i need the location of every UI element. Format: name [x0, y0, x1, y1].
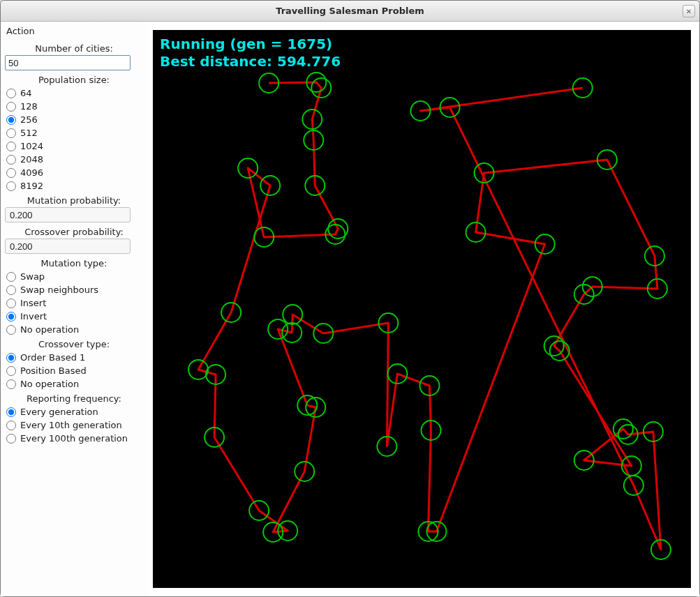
report-freq-radio[interactable]	[6, 407, 16, 417]
cross-type-label: Order Based 1	[20, 352, 85, 363]
window-title: Travelling Salesman Problem	[1, 6, 699, 16]
cross-prob-input[interactable]	[5, 239, 131, 254]
mut-type-label: Swap	[20, 271, 45, 282]
mut-type-radio[interactable]	[6, 312, 16, 322]
mut-type-label: Mutation type:	[5, 257, 143, 269]
mut-prob-input[interactable]	[5, 207, 131, 222]
pop-size-option[interactable]: 64	[5, 86, 143, 100]
cross-type-radio[interactable]	[6, 366, 16, 376]
pop-size-label: 64	[20, 88, 32, 98]
pop-size-label: 2048	[20, 154, 43, 165]
tsp-plot	[153, 30, 691, 588]
report-freq-label: Reporting frequency:	[5, 392, 143, 404]
pop-size-radio[interactable]	[6, 155, 16, 165]
pop-size-label: 8192	[20, 181, 43, 191]
mut-type-option[interactable]: Swap neighbours	[5, 283, 143, 296]
tour-path	[198, 82, 661, 550]
pop-size-radio[interactable]	[6, 102, 16, 112]
report-freq-option[interactable]: Every 100th generation	[5, 432, 143, 445]
cross-type-option[interactable]: Order Based 1	[5, 351, 143, 364]
pop-size-radio[interactable]	[6, 142, 16, 151]
pop-size-option[interactable]: 256	[5, 113, 143, 126]
mut-prob-label: Mutation probability:	[5, 194, 143, 206]
report-freq-group: Every generationEvery 10th generationEve…	[5, 405, 143, 445]
report-freq-radio[interactable]	[6, 434, 16, 444]
pop-size-label: Population size:	[5, 73, 143, 85]
status-line2: Best distance: 594.776	[160, 53, 341, 70]
pop-size-option[interactable]: 1024	[5, 139, 143, 153]
pop-size-radio[interactable]	[6, 128, 16, 138]
canvas: Running (gen = 1675) Best distance: 594.…	[153, 30, 691, 588]
num-cities-label: Number of cities:	[5, 42, 143, 54]
mut-type-label: No operation	[20, 324, 79, 335]
sidebar: Action Number of cities: Population size…	[1, 22, 147, 596]
pop-size-radio[interactable]	[6, 168, 16, 178]
cross-type-radio[interactable]	[6, 379, 16, 389]
pop-size-radio[interactable]	[6, 181, 16, 191]
pop-size-option[interactable]: 512	[5, 126, 143, 139]
mut-type-option[interactable]: Swap	[5, 270, 143, 283]
mut-type-radio[interactable]	[6, 272, 16, 282]
action-menu[interactable]: Action	[5, 24, 143, 40]
cross-type-label: No operation	[20, 379, 79, 389]
report-freq-radio[interactable]	[6, 421, 16, 430]
report-freq-label: Every 100th generation	[20, 433, 128, 444]
app-window: Travelling Salesman Problem ✕ Action Num…	[0, 0, 700, 597]
cross-type-label: Crossover type:	[5, 338, 143, 349]
pop-size-label: 128	[20, 101, 38, 112]
report-freq-option[interactable]: Every 10th generation	[5, 418, 143, 432]
pop-size-group: 641282565121024204840968192	[5, 86, 143, 192]
cross-type-radio[interactable]	[6, 353, 16, 363]
status-overlay: Running (gen = 1675) Best distance: 594.…	[160, 36, 341, 70]
report-freq-label: Every 10th generation	[20, 420, 122, 430]
pop-size-radio[interactable]	[6, 115, 16, 125]
pop-size-label: 512	[20, 128, 38, 138]
cross-type-label: Position Based	[20, 365, 87, 376]
report-freq-option[interactable]: Every generation	[5, 405, 143, 418]
pop-size-radio[interactable]	[6, 89, 16, 98]
mut-type-option[interactable]: No operation	[5, 323, 143, 336]
pop-size-option[interactable]: 8192	[5, 179, 143, 192]
close-button[interactable]: ✕	[683, 5, 695, 17]
mut-type-radio[interactable]	[6, 285, 16, 295]
pop-size-label: 4096	[20, 167, 43, 178]
cross-prob-label: Crossover probability:	[5, 225, 143, 237]
mut-type-radio[interactable]	[6, 298, 16, 308]
status-line1: Running (gen = 1675)	[160, 36, 332, 52]
mut-type-group: SwapSwap neighboursInsertInvertNo operat…	[5, 270, 143, 336]
report-freq-label: Every generation	[20, 407, 98, 417]
mut-type-label: Insert	[20, 298, 46, 308]
pop-size-option[interactable]: 2048	[5, 153, 143, 166]
close-icon: ✕	[686, 8, 692, 15]
pop-size-label: 1024	[20, 141, 43, 151]
mut-type-radio[interactable]	[6, 325, 16, 335]
mut-type-label: Swap neighbours	[20, 285, 98, 295]
mut-type-option[interactable]: Invert	[5, 310, 143, 323]
pop-size-option[interactable]: 4096	[5, 166, 143, 179]
mut-type-label: Invert	[20, 311, 47, 322]
cross-type-option[interactable]: No operation	[5, 377, 143, 391]
mut-type-option[interactable]: Insert	[5, 296, 143, 310]
pop-size-option[interactable]: 128	[5, 100, 143, 113]
pop-size-label: 256	[20, 114, 38, 125]
cross-type-option[interactable]: Position Based	[5, 364, 143, 377]
cross-type-group: Order Based 1Position BasedNo operation	[5, 351, 143, 391]
titlebar: Travelling Salesman Problem ✕	[1, 1, 699, 22]
client-area: Action Number of cities: Population size…	[1, 22, 699, 596]
num-cities-input[interactable]	[5, 55, 131, 70]
